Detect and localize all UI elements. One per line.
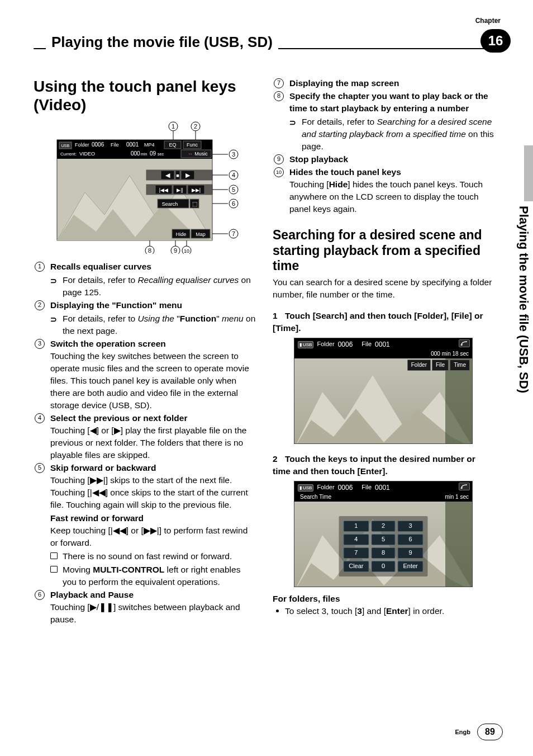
keypad-key-3[interactable]: 3 bbox=[398, 521, 423, 532]
keypad-key-9[interactable]: 9 bbox=[398, 547, 423, 559]
chapter-number-badge: 16 bbox=[480, 29, 511, 53]
svg-text:◀: ◀ bbox=[165, 172, 170, 178]
svg-text:EQ: EQ bbox=[169, 142, 176, 148]
svg-text:USB: USB bbox=[61, 144, 70, 148]
list-item: 3Switch the operation screenTouching the… bbox=[34, 338, 256, 412]
svg-text:6: 6 bbox=[232, 200, 235, 207]
svg-text:|◀◀: |◀◀ bbox=[159, 187, 168, 193]
side-tab: Playing the movie file (USB, SD) bbox=[511, 145, 533, 481]
keypad-key-2[interactable]: 2 bbox=[371, 521, 395, 532]
callout-2: 2 bbox=[194, 123, 197, 130]
keypad-key-enter[interactable]: Enter bbox=[398, 561, 423, 572]
svg-text:Search: Search bbox=[162, 201, 178, 207]
list-item: 1Recalls equaliser curves⊃For details, r… bbox=[34, 261, 256, 299]
svg-text:Music: Music bbox=[194, 151, 208, 157]
usb-icon: ▮ USB bbox=[298, 484, 313, 492]
svg-text:8: 8 bbox=[148, 247, 151, 254]
section-title-bar: Playing the movie file (USB, SD) bbox=[34, 37, 506, 59]
arrow-right-icon: ⊃ bbox=[289, 117, 296, 129]
list-item: 7Displaying the map screen bbox=[273, 77, 495, 89]
list-item: 2Displaying the "Function" menu⊃For deta… bbox=[34, 299, 256, 337]
svg-text:9: 9 bbox=[174, 247, 177, 254]
right-item-list: 7Displaying the map screen8Specify the c… bbox=[273, 77, 495, 215]
svg-text:Func: Func bbox=[187, 142, 198, 148]
right-column: 7Displaying the map screen8Specify the c… bbox=[273, 77, 495, 626]
step-1: 1Touch [Search] and then touch [Folder],… bbox=[273, 310, 495, 334]
svg-text:MP4: MP4 bbox=[144, 142, 155, 148]
svg-text:↔: ↔ bbox=[188, 151, 193, 157]
section-title: Playing the movie file (USB, SD) bbox=[46, 34, 278, 51]
svg-text:File: File bbox=[111, 142, 119, 148]
keypad-key-7[interactable]: 7 bbox=[344, 547, 369, 559]
tab-file[interactable]: File bbox=[432, 360, 449, 371]
back-icon[interactable] bbox=[459, 339, 470, 347]
svg-rect-79 bbox=[445, 502, 472, 587]
keypad-key-clear[interactable]: Clear bbox=[344, 561, 369, 572]
arrow-right-icon: ⊃ bbox=[50, 276, 57, 287]
keypad-key-1[interactable]: 1 bbox=[344, 521, 369, 532]
arrow-right-icon: ⊃ bbox=[50, 314, 57, 325]
figure-touch-panel: 1 2 USB Folder 0006 File bbox=[51, 120, 241, 254]
for-folders-title: For folders, files bbox=[273, 593, 495, 605]
keypad-key-4[interactable]: 4 bbox=[344, 534, 369, 545]
svg-text:▶: ▶ bbox=[185, 172, 191, 178]
svg-text:VIDEO: VIDEO bbox=[79, 151, 95, 157]
svg-text:Map: Map bbox=[196, 231, 206, 237]
svg-text:10: 10 bbox=[184, 248, 189, 254]
keypad-key-5[interactable]: 5 bbox=[371, 534, 395, 545]
list-item: 4Select the previous or next folderTouch… bbox=[34, 412, 256, 461]
right-subheading: Searching for a desired scene and starti… bbox=[273, 228, 495, 274]
screenshot-search-tabs: ▮ USB Folder 0006 File 0001 000 min 18 s… bbox=[294, 338, 473, 444]
svg-text:⬚: ⬚ bbox=[192, 201, 197, 207]
screenshot-keypad: ▮ USB Folder 0006 File 0001 Search Time … bbox=[294, 481, 473, 587]
left-column: Using the touch panel keys (Video) 1 2 bbox=[34, 77, 256, 626]
svg-text:7: 7 bbox=[232, 230, 235, 237]
left-heading: Using the touch panel keys (Video) bbox=[34, 77, 256, 114]
step-2: 2Touch the keys to input the desired num… bbox=[273, 453, 495, 478]
svg-text:▶||: ▶|| bbox=[177, 187, 183, 193]
list-item: 6Playback and PauseTouching [▶/❚❚] switc… bbox=[34, 589, 256, 626]
svg-text:0001: 0001 bbox=[126, 141, 139, 148]
svg-rect-76 bbox=[445, 358, 472, 444]
tab-time[interactable]: Time bbox=[450, 360, 470, 371]
svg-text:5: 5 bbox=[232, 186, 235, 193]
svg-text:sec: sec bbox=[158, 152, 164, 156]
keypad: 123456789Clear0Enter bbox=[339, 516, 428, 577]
list-item: 9Stop playback bbox=[273, 153, 495, 166]
footer-page-number: 89 bbox=[477, 724, 503, 740]
svg-text:■: ■ bbox=[176, 173, 179, 178]
side-tab-text: Playing the movie file (USB, SD) bbox=[511, 205, 531, 393]
svg-text:Hide: Hide bbox=[176, 231, 187, 237]
svg-text:4: 4 bbox=[232, 172, 235, 178]
back-icon[interactable] bbox=[459, 483, 470, 490]
for-folders-bullet: To select 3, touch [3] and [Enter] in or… bbox=[273, 605, 495, 617]
svg-text:Folder: Folder bbox=[75, 142, 89, 148]
svg-text:0006: 0006 bbox=[92, 141, 104, 148]
svg-text:3: 3 bbox=[232, 151, 235, 158]
list-item: 5Skip forward or backwardTouching [▶▶|] … bbox=[34, 462, 256, 588]
svg-text:min: min bbox=[141, 152, 147, 156]
list-item: 8Specify the chapter you want to play ba… bbox=[273, 90, 495, 153]
svg-text:▶▶|: ▶▶| bbox=[192, 187, 201, 193]
keypad-key-0[interactable]: 0 bbox=[371, 561, 395, 572]
chapter-label: Chapter bbox=[475, 17, 501, 25]
callout-1: 1 bbox=[172, 123, 175, 130]
keypad-key-8[interactable]: 8 bbox=[371, 547, 395, 559]
svg-text:Current:: Current: bbox=[60, 152, 77, 157]
svg-text:09: 09 bbox=[150, 150, 156, 157]
left-item-list: 1Recalls equaliser curves⊃For details, r… bbox=[34, 261, 256, 626]
usb-icon: ▮ USB bbox=[298, 341, 313, 348]
list-item: 10Hides the touch panel keysTouching [Hi… bbox=[273, 166, 495, 215]
svg-text:000: 000 bbox=[131, 150, 140, 157]
keypad-key-6[interactable]: 6 bbox=[398, 534, 423, 545]
page-footer: Engb 89 bbox=[455, 724, 503, 740]
tab-folder[interactable]: Folder bbox=[407, 360, 431, 371]
footer-lang: Engb bbox=[455, 729, 471, 735]
right-intro: You can search for a desired scene by sp… bbox=[273, 276, 495, 301]
